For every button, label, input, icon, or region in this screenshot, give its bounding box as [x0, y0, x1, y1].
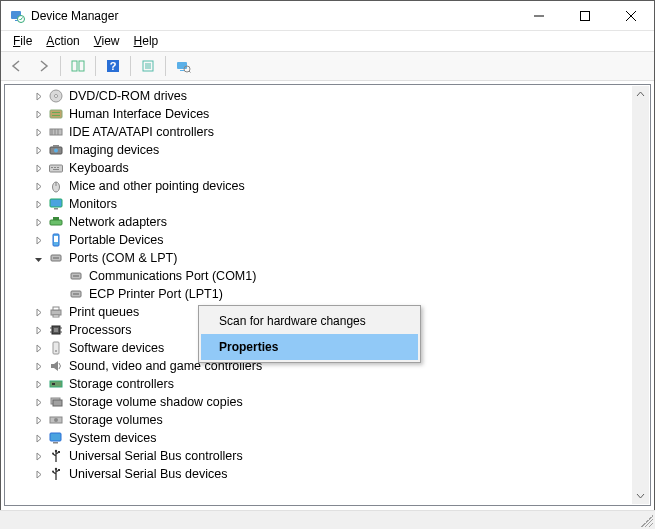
tree-expander-icon[interactable]	[31, 89, 45, 103]
tree-expander-icon[interactable]	[31, 395, 45, 409]
show-hide-console-button[interactable]	[66, 54, 90, 78]
device-tree[interactable]: DVD/CD-ROM drivesHuman Interface Devices…	[4, 84, 651, 506]
mouse-icon	[47, 178, 65, 194]
tree-node-label: Mice and other pointing devices	[69, 177, 245, 195]
svg-point-66	[55, 350, 57, 352]
svg-rect-40	[50, 220, 62, 225]
tree-node[interactable]: System devices	[11, 429, 650, 447]
tree-node[interactable]: Ports (COM & LPT)	[11, 249, 650, 267]
svg-rect-38	[50, 199, 62, 207]
tree-node[interactable]: Network adapters	[11, 213, 650, 231]
tree-node[interactable]: Universal Serial Bus controllers	[11, 447, 650, 465]
svg-rect-80	[58, 469, 60, 471]
svg-rect-30	[53, 145, 59, 147]
tree-child-node[interactable]: ECP Printer Port (LPT1)	[11, 285, 650, 303]
port-icon	[47, 250, 65, 266]
forward-button[interactable]	[31, 54, 55, 78]
close-button[interactable]	[608, 1, 654, 30]
system-icon	[47, 430, 65, 446]
menubar: File Action View Help	[1, 31, 654, 51]
tree-node[interactable]: Universal Serial Bus devices	[11, 465, 650, 483]
tree-node-label: Print queues	[69, 303, 139, 321]
tree-expander-icon[interactable]	[31, 107, 45, 121]
svg-rect-15	[177, 62, 187, 69]
menu-file[interactable]: File	[7, 33, 38, 49]
tree-node[interactable]: DVD/CD-ROM drives	[11, 87, 650, 105]
tree-node[interactable]: Imaging devices	[11, 141, 650, 159]
svg-rect-21	[50, 110, 62, 118]
tree-node[interactable]: Keyboards	[11, 159, 650, 177]
menu-action[interactable]: Action	[40, 33, 85, 49]
tree-node[interactable]: Monitors	[11, 195, 650, 213]
svg-rect-16	[180, 70, 184, 71]
svg-rect-7	[72, 61, 77, 71]
tree-node[interactable]: Storage volume shadow copies	[11, 393, 650, 411]
svg-rect-22	[52, 112, 60, 113]
help-button[interactable]: ?	[101, 54, 125, 78]
svg-rect-4	[581, 11, 590, 20]
tree-node[interactable]: Human Interface Devices	[11, 105, 650, 123]
hid-icon	[47, 106, 65, 122]
svg-rect-33	[54, 167, 56, 168]
tree-node-label: ECP Printer Port (LPT1)	[89, 285, 223, 303]
tree-expander-icon[interactable]	[31, 143, 45, 157]
tree-node-label: Communications Port (COM1)	[89, 267, 256, 285]
network-icon	[47, 214, 65, 230]
tree-node-label: Universal Serial Bus devices	[69, 465, 227, 483]
tree-expander-icon[interactable]	[31, 215, 45, 229]
port-leaf-icon	[67, 286, 85, 302]
tree-expander-icon[interactable]	[31, 413, 45, 427]
tree-expander-icon[interactable]	[31, 233, 45, 247]
scroll-track[interactable]	[632, 103, 649, 487]
scroll-up-button[interactable]	[632, 86, 649, 103]
svg-rect-74	[53, 442, 58, 444]
tree-node[interactable]: Portable Devices	[11, 231, 650, 249]
minimize-button[interactable]	[516, 1, 562, 30]
tree-node[interactable]: Storage volumes	[11, 411, 650, 429]
svg-point-49	[73, 275, 75, 277]
tree-expander-icon[interactable]	[31, 251, 45, 265]
storagectl-icon	[47, 376, 65, 392]
tree-expander-icon[interactable]	[31, 179, 45, 193]
svg-point-45	[53, 257, 55, 259]
context-menu: Scan for hardware changes Properties	[198, 305, 421, 363]
menu-view[interactable]: View	[88, 33, 126, 49]
tree-expander-icon[interactable]	[31, 377, 45, 391]
tree-expander-icon[interactable]	[31, 449, 45, 463]
tree-expander-icon[interactable]	[31, 125, 45, 139]
tree-node[interactable]: Storage controllers	[11, 375, 650, 393]
tree-expander-icon[interactable]	[31, 197, 45, 211]
svg-point-79	[52, 471, 54, 473]
context-menu-properties[interactable]: Properties	[201, 334, 418, 360]
back-button[interactable]	[5, 54, 29, 78]
scan-hardware-button[interactable]	[171, 54, 195, 78]
port-leaf-icon	[67, 268, 85, 284]
svg-rect-70	[53, 400, 62, 406]
printer-icon	[47, 304, 65, 320]
portable-icon	[47, 232, 65, 248]
scroll-down-button[interactable]	[632, 487, 649, 504]
tree-expander-icon[interactable]	[31, 161, 45, 175]
keyboard-icon	[47, 160, 65, 176]
tree-expander-icon[interactable]	[31, 359, 45, 373]
vertical-scrollbar[interactable]	[632, 86, 649, 504]
usb-icon	[47, 448, 65, 464]
window-title: Device Manager	[31, 9, 118, 23]
properties-toolbar-button[interactable]	[136, 54, 160, 78]
menu-help[interactable]: Help	[128, 33, 165, 49]
tree-expander-icon[interactable]	[31, 467, 45, 481]
svg-rect-58	[53, 315, 59, 317]
tree-node-label: Software devices	[69, 339, 164, 357]
tree-node[interactable]: Mice and other pointing devices	[11, 177, 650, 195]
tree-node-label: Imaging devices	[69, 141, 159, 159]
tree-node[interactable]: IDE ATA/ATAPI controllers	[11, 123, 650, 141]
maximize-button[interactable]	[562, 1, 608, 30]
context-menu-scan[interactable]: Scan for hardware changes	[201, 308, 418, 334]
tree-node-label: Universal Serial Bus controllers	[69, 447, 243, 465]
tree-child-node[interactable]: Communications Port (COM1)	[11, 267, 650, 285]
tree-expander-icon[interactable]	[31, 305, 45, 319]
tree-expander-icon[interactable]	[31, 341, 45, 355]
tree-expander-icon[interactable]	[31, 323, 45, 337]
svg-point-46	[55, 257, 57, 259]
tree-expander-icon[interactable]	[31, 431, 45, 445]
